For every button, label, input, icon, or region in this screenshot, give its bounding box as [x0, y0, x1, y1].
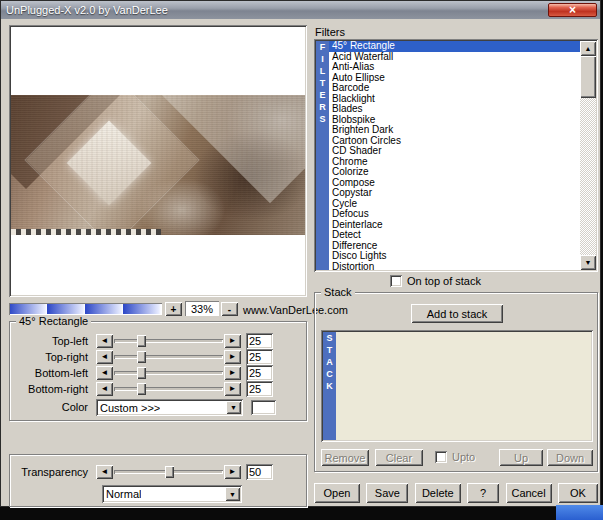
on-top-of-stack-checkbox[interactable]: On top of stack: [390, 275, 481, 287]
left-arrow-icon: ◄: [101, 369, 109, 377]
slider-row-top-right: Top-right ◄ ►: [10, 350, 306, 366]
slider-row-bottom-right: Bottom-right ◄ ►: [10, 382, 306, 398]
scroll-down-button[interactable]: ▼: [580, 255, 596, 270]
zoom-out-button[interactable]: -: [221, 302, 238, 316]
close-icon: ×: [569, 5, 576, 15]
slider-increase-button[interactable]: ►: [224, 366, 241, 380]
slider-value-field[interactable]: [246, 349, 273, 365]
filter-list-item[interactable]: Blades: [329, 104, 580, 115]
strip-letter: I: [316, 53, 329, 65]
filter-list-item[interactable]: Distortion: [329, 262, 580, 271]
scroll-up-button[interactable]: ▲: [580, 41, 596, 56]
slider-increase-button[interactable]: ►: [224, 350, 241, 364]
slider-decrease-button[interactable]: ◄: [96, 465, 113, 479]
checkbox-box[interactable]: [435, 451, 447, 463]
open-button[interactable]: Open: [314, 483, 360, 503]
preview-panel: [9, 25, 307, 297]
slider-value-field[interactable]: [246, 365, 273, 381]
filter-list-item[interactable]: Disco Lights: [329, 251, 580, 262]
slider-decrease-button[interactable]: ◄: [96, 382, 113, 396]
right-arrow-icon: ►: [229, 468, 237, 476]
slider-increase-button[interactable]: ►: [224, 465, 241, 479]
down-button[interactable]: Down: [547, 449, 593, 466]
help-button[interactable]: ?: [467, 483, 499, 503]
strip-letter: F: [316, 41, 329, 53]
slider-label: Top-right: [10, 351, 92, 363]
upto-checkbox[interactable]: Upto: [435, 451, 475, 463]
slider-row-transparency: Transparency ◄ ►: [10, 465, 306, 481]
slider-track[interactable]: [114, 334, 223, 348]
filter-list-item[interactable]: CD Shader: [329, 146, 580, 157]
save-button[interactable]: Save: [366, 483, 408, 503]
clear-button[interactable]: Clear: [375, 449, 423, 466]
filter-list-item[interactable]: Detect: [329, 230, 580, 241]
stack-strip: STACK: [323, 332, 336, 440]
slider-label: Bottom-left: [10, 367, 92, 379]
chevron-down-icon: ▼: [230, 404, 237, 411]
checkbox-box[interactable]: [390, 275, 402, 287]
filter-list-item[interactable]: Anti-Alias: [329, 62, 580, 73]
strip-letter: S: [316, 113, 329, 125]
slider-channel: [114, 387, 223, 391]
cancel-button[interactable]: Cancel: [506, 483, 552, 503]
slider-value-field[interactable]: [246, 333, 273, 349]
scrollbar-thumb[interactable]: [580, 56, 596, 98]
filter-list-item[interactable]: Brighten Dark: [329, 125, 580, 136]
filter-list-item[interactable]: Deinterlace: [329, 220, 580, 231]
transparency-value-field[interactable]: [246, 464, 273, 480]
slider-track[interactable]: [114, 465, 223, 479]
ok-button[interactable]: OK: [558, 483, 598, 503]
plugin-dialog-window: UnPlugged-X v2.0 by VanDerLee × + 33% - …: [0, 0, 601, 507]
slider-thumb[interactable]: [165, 466, 174, 478]
left-arrow-icon: ◄: [101, 385, 109, 393]
delete-button[interactable]: Delete: [415, 483, 461, 503]
dropdown-button[interactable]: ▼: [225, 487, 240, 501]
strip-letter: T: [316, 77, 329, 89]
slider-thumb[interactable]: [137, 383, 146, 395]
filters-scrollbar[interactable]: ▲ ▼: [580, 41, 596, 270]
remove-button[interactable]: Remove: [321, 449, 369, 466]
slider-track[interactable]: [114, 350, 223, 364]
filter-list-item[interactable]: Barcode: [329, 83, 580, 94]
stack-group: Stack Add to stack STACK Remove Clear Up…: [314, 292, 598, 472]
titlebar[interactable]: UnPlugged-X v2.0 by VanDerLee: [1, 1, 600, 19]
up-button[interactable]: Up: [499, 449, 543, 466]
slider-track[interactable]: [114, 382, 223, 396]
slider-increase-button[interactable]: ►: [224, 382, 241, 396]
slider-decrease-button[interactable]: ◄: [96, 334, 113, 348]
slider-channel: [114, 339, 223, 343]
slider-decrease-button[interactable]: ◄: [96, 366, 113, 380]
zoom-in-button[interactable]: +: [165, 302, 182, 316]
filter-list-item[interactable]: Colorize: [329, 167, 580, 178]
strip-letter: C: [323, 368, 336, 380]
slider-thumb[interactable]: [137, 335, 146, 347]
color-label: Color: [10, 401, 92, 413]
transparency-group: Transparency ◄ ► Normal ▼: [9, 454, 307, 507]
close-button[interactable]: ×: [548, 3, 597, 17]
filter-settings-group: 45° Rectangle Top-left ◄ ► Top-right ◄ ►…: [9, 321, 307, 421]
blend-mode-select[interactable]: Normal ▼: [102, 485, 242, 503]
slider-track[interactable]: [114, 366, 223, 380]
slider-increase-button[interactable]: ►: [224, 334, 241, 348]
filters-label: Filters: [315, 26, 345, 38]
dropdown-button[interactable]: ▼: [226, 401, 241, 414]
filter-list-item[interactable]: 45° Rectangle: [329, 41, 580, 52]
strip-letter: R: [316, 101, 329, 113]
color-mode-select[interactable]: Custom >>> ▼: [96, 399, 243, 416]
slider-thumb[interactable]: [137, 367, 146, 379]
preview-image[interactable]: [11, 95, 305, 235]
slider-thumb[interactable]: [137, 351, 146, 363]
add-to-stack-button[interactable]: Add to stack: [411, 304, 503, 323]
filter-list-item[interactable]: Copystar: [329, 188, 580, 199]
strip-letter: E: [316, 89, 329, 101]
color-swatch[interactable]: [251, 400, 276, 415]
slider-value-field[interactable]: [246, 381, 273, 397]
slider-decrease-button[interactable]: ◄: [96, 350, 113, 364]
filter-list-item[interactable]: Defocus: [329, 209, 580, 220]
right-arrow-icon: ►: [229, 385, 237, 393]
filter-list-item[interactable]: Blacklight: [329, 94, 580, 105]
strip-letter: K: [323, 380, 336, 392]
blend-mode-value: Normal: [106, 488, 141, 500]
footer-button-row: Open Save Delete ? Cancel OK: [314, 483, 598, 503]
progress-gradient-bar: [9, 303, 162, 315]
